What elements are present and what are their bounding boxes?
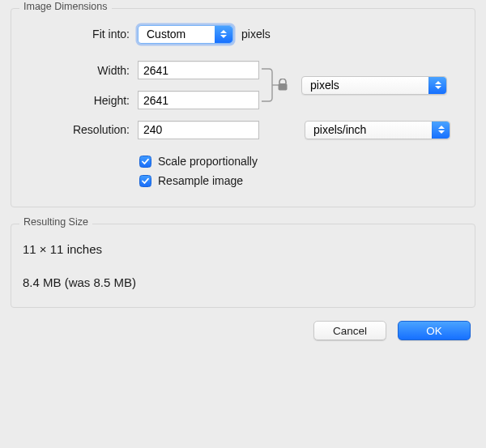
resulting-size-legend: Resulting Size — [19, 216, 92, 228]
result-filesize: 8.4 MB (was 8.5 MB) — [23, 275, 463, 289]
dialog-footer: Cancel OK — [11, 308, 475, 340]
fit-into-label: Fit into: — [23, 28, 138, 41]
resample-image-checkbox[interactable]: Resample image — [139, 171, 463, 190]
adjust-size-dialog: Image Dimensions Fit into: Custom pixels… — [0, 0, 486, 448]
aspect-lock-bracket — [261, 61, 296, 109]
up-down-arrows-icon — [428, 77, 446, 94]
image-dimensions-legend: Image Dimensions — [19, 1, 112, 12]
resolution-input[interactable] — [138, 121, 259, 139]
lock-icon — [277, 79, 288, 94]
width-input[interactable] — [138, 61, 259, 79]
width-label: Width: — [23, 64, 138, 77]
cancel-button[interactable]: Cancel — [313, 321, 386, 340]
scale-proportionally-checkbox[interactable]: Scale proportionally — [139, 151, 463, 171]
checkmark-icon — [139, 175, 151, 187]
resolution-unit-select[interactable]: pixels/inch — [305, 121, 450, 139]
fit-into-unit: pixels — [241, 28, 271, 41]
resolution-unit-value: pixels/inch — [313, 123, 366, 136]
wh-unit-select[interactable]: pixels — [301, 76, 447, 95]
resample-image-label: Resample image — [158, 174, 243, 187]
height-label: Height: — [23, 94, 138, 107]
up-down-arrows-icon — [215, 26, 232, 43]
ok-button[interactable]: OK — [398, 321, 471, 340]
up-down-arrows-icon — [432, 122, 450, 139]
wh-unit-value: pixels — [310, 79, 339, 92]
image-dimensions-group: Image Dimensions Fit into: Custom pixels… — [11, 8, 475, 207]
svg-rect-0 — [279, 83, 288, 91]
resolution-label: Resolution: — [23, 123, 138, 136]
fit-into-value: Custom — [147, 28, 185, 41]
resulting-size-group: Resulting Size 11 × 11 inches 8.4 MB (wa… — [11, 224, 475, 308]
scale-proportionally-label: Scale proportionally — [158, 155, 258, 168]
height-input[interactable] — [138, 91, 259, 109]
result-dimensions: 11 × 11 inches — [23, 242, 463, 256]
fit-into-select[interactable]: Custom — [138, 25, 233, 44]
checkmark-icon — [139, 156, 151, 168]
